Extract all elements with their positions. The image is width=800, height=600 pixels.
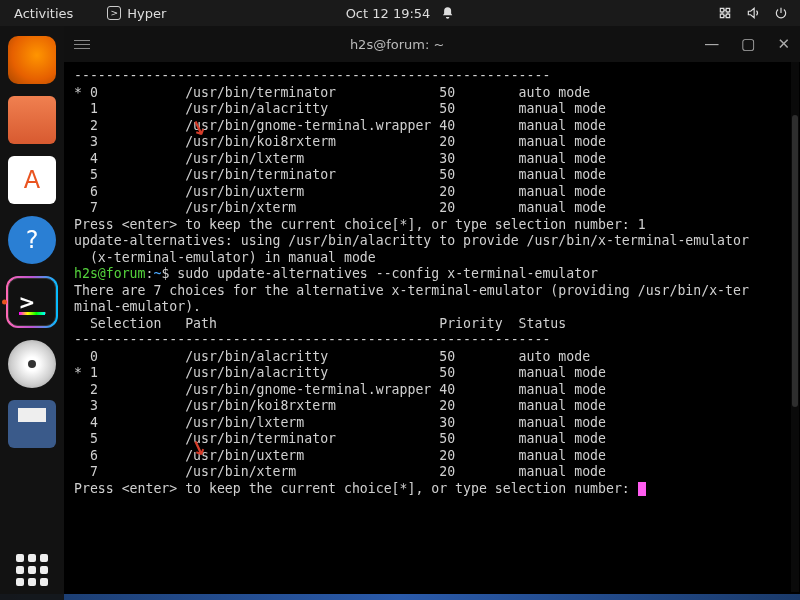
dock-hyper-active[interactable]: >_ xyxy=(6,276,58,328)
dock: A ? >_ xyxy=(0,26,64,600)
maximize-button[interactable]: ▢ xyxy=(741,35,755,53)
hyper-menu-icon: > xyxy=(107,6,121,20)
hamburger-icon[interactable] xyxy=(74,37,90,52)
window-titlebar[interactable]: h2s@forum: ~ — ▢ ✕ xyxy=(64,26,800,62)
bell-icon xyxy=(440,6,454,20)
network-icon xyxy=(718,6,732,20)
activities-button[interactable]: Activities xyxy=(0,6,87,21)
scrollbar-thumb[interactable] xyxy=(792,115,798,407)
dock-software[interactable]: A xyxy=(8,156,56,204)
minimize-button[interactable]: — xyxy=(704,35,719,53)
clock-text: Oct 12 19:54 xyxy=(346,6,431,21)
dock-help[interactable]: ? xyxy=(8,216,56,264)
show-applications[interactable] xyxy=(16,554,48,586)
system-tray[interactable] xyxy=(718,6,800,20)
volume-icon xyxy=(746,6,760,20)
terminal-window: h2s@forum: ~ — ▢ ✕ ---------------------… xyxy=(64,26,800,592)
app-menu[interactable]: > Hyper xyxy=(87,6,166,21)
dock-save[interactable] xyxy=(8,400,56,448)
app-menu-label: Hyper xyxy=(127,6,166,21)
dock-disk[interactable] xyxy=(8,340,56,388)
scrollbar[interactable] xyxy=(791,62,799,592)
clock[interactable]: Oct 12 19:54 xyxy=(346,6,455,21)
gnome-topbar: Activities > Hyper Oct 12 19:54 xyxy=(0,0,800,26)
dock-files[interactable] xyxy=(8,96,56,144)
terminal-body[interactable]: ----------------------------------------… xyxy=(64,62,800,592)
bottom-edge xyxy=(0,594,800,600)
window-title: h2s@forum: ~ xyxy=(90,37,704,52)
power-icon xyxy=(774,6,788,20)
dock-firefox[interactable] xyxy=(8,36,56,84)
close-button[interactable]: ✕ xyxy=(777,35,790,53)
